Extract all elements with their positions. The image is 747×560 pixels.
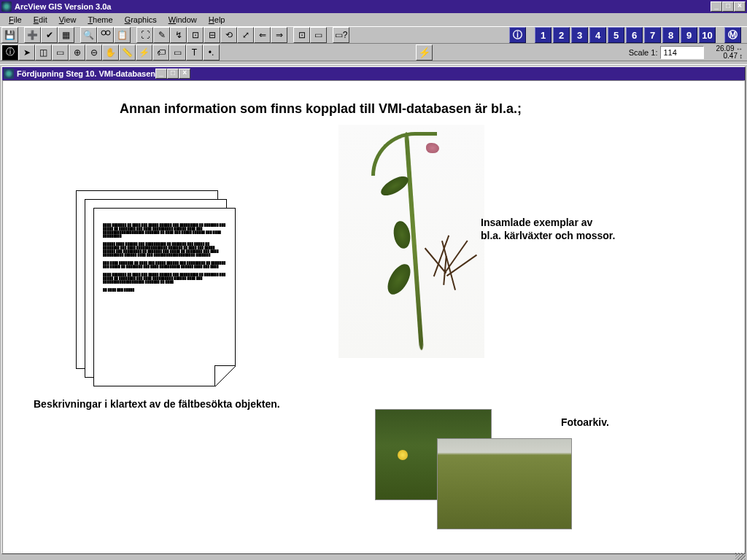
statusbar: [0, 554, 747, 560]
titlebar: ArcView GIS Version 3.0a _ □ ×: [0, 0, 747, 13]
hotlink2-icon[interactable]: ⚡: [136, 44, 152, 61]
inner-window-icon: [4, 69, 14, 79]
text-tool-icon[interactable]: T: [186, 44, 203, 61]
canvas: Annan information som finns kopplad till…: [2, 80, 745, 553]
app-title: ArcView GIS Version 3.0a: [15, 2, 111, 11]
minimize-button[interactable]: _: [711, 1, 722, 12]
menu-help[interactable]: Help: [203, 15, 231, 25]
scale-input[interactable]: [660, 46, 704, 59]
menu-edit[interactable]: Edit: [28, 15, 53, 25]
measure-icon[interactable]: ⊡: [293, 27, 310, 43]
menu-window[interactable]: Window: [163, 15, 203, 25]
menubar: File Edit View Theme Graphics Window Hel…: [0, 13, 747, 26]
num-button-5[interactable]: 5: [608, 27, 624, 43]
maximize-button[interactable]: □: [722, 1, 734, 12]
close-button[interactable]: ×: [734, 1, 746, 12]
inner-maximize-button[interactable]: □: [167, 69, 179, 79]
zoom-in2-icon[interactable]: ⊕: [69, 44, 85, 61]
content-heading: Annan information som finns kopplad till…: [120, 101, 522, 117]
theme-props-icon[interactable]: ✔: [41, 27, 58, 43]
resize-grip[interactable]: [735, 553, 746, 560]
menu-graphics[interactable]: Graphics: [119, 15, 163, 25]
window-controls: _ □ ×: [711, 1, 746, 12]
coordinates-readout: 26.09 0.47: [716, 45, 743, 60]
inner-titlebar: Fördjupning Steg 10. VMI-databasen _ □ ×: [2, 67, 745, 80]
num-button-1[interactable]: 1: [535, 27, 551, 43]
vertex-icon[interactable]: ◫: [35, 44, 52, 61]
scale-label: Scale 1:: [629, 48, 658, 57]
menu-theme[interactable]: Theme: [82, 15, 118, 25]
help-pointer-icon[interactable]: ▭?: [333, 27, 349, 43]
workspace: Fördjupning Steg 10. VMI-databasen _ □ ×…: [0, 64, 747, 560]
inner-window: Fördjupning Steg 10. VMI-databasen _ □ ×…: [1, 66, 746, 554]
find-icon[interactable]: 🔍: [80, 27, 97, 43]
toolbar-secondary: ⓘ ➤ ◫ ▭ ⊕ ⊖ ✋ 📏 ⚡ 🏷 ▭ T •. ⚡ Scale 1: 26…: [0, 44, 747, 61]
coord-y: 0.47: [716, 52, 743, 60]
app-icon: [1, 1, 12, 12]
caption-descriptions: Beskrivningar i klartext av de fältbesök…: [34, 398, 280, 410]
svg-point-0: [101, 31, 106, 35]
identify-icon[interactable]: ⓘ: [1, 44, 18, 61]
num-button-2[interactable]: 2: [553, 27, 570, 43]
info-button[interactable]: ⓘ: [509, 27, 526, 43]
menu-file[interactable]: File: [3, 15, 28, 25]
pointer-icon[interactable]: ➤: [18, 44, 35, 61]
num-button-9[interactable]: 9: [681, 27, 697, 43]
save-icon[interactable]: 💾: [1, 27, 18, 43]
pan-icon[interactable]: ✋: [102, 44, 119, 61]
caption-photo-archive: Fotoarkiv.: [561, 416, 609, 428]
draw-point-icon[interactable]: •.: [203, 44, 220, 61]
hotlink-icon[interactable]: ▭: [310, 27, 327, 43]
add-theme-icon[interactable]: ➕: [24, 27, 41, 43]
zoom-out2-icon[interactable]: ⊖: [85, 44, 102, 61]
table-icon[interactable]: ▦: [58, 27, 74, 43]
label-icon[interactable]: 🏷: [152, 44, 169, 61]
pan-tool-icon[interactable]: ⇐: [254, 27, 271, 43]
num-button-7[interactable]: 7: [644, 27, 661, 43]
inner-minimize-button[interactable]: _: [155, 69, 167, 79]
menu-view[interactable]: View: [53, 15, 82, 25]
toolbar-primary: 💾 ➕ ✔ ▦ 🔍 📋 ⛶ ✎ ↯ ⊡ ⊟ ⟲ ⤢ ⇐ ⇒ ⊡ ▭ ▭? ⓘ 1…: [0, 26, 747, 44]
num-button-3[interactable]: 3: [571, 27, 588, 43]
inner-window-title: Fördjupning Steg 10. VMI-databasen: [17, 69, 155, 78]
measure2-icon[interactable]: 📏: [119, 44, 136, 61]
inner-close-button[interactable]: ×: [179, 69, 190, 79]
caption-specimens: Insamlade exemplar av bl.a. kärlväxter o…: [481, 216, 615, 242]
m-button[interactable]: Ⓜ: [724, 27, 741, 43]
zoom-active-icon[interactable]: ✎: [153, 27, 170, 43]
zoom-full-icon[interactable]: ⛶: [136, 27, 153, 43]
clear-sel-icon[interactable]: ⇒: [271, 27, 287, 43]
query-icon[interactable]: 📋: [114, 27, 131, 43]
num-button-8[interactable]: 8: [662, 27, 679, 43]
plant-specimen-graphic: [338, 125, 484, 358]
locate-icon[interactable]: [97, 27, 114, 43]
sel-features-icon[interactable]: ⤢: [237, 27, 254, 43]
num-button-4[interactable]: 4: [589, 27, 606, 43]
svg-point-1: [106, 31, 110, 35]
draw-rect-icon[interactable]: ▭: [169, 44, 186, 61]
num-button-6[interactable]: 6: [626, 27, 643, 43]
zoom-out-icon[interactable]: ⊟: [204, 27, 220, 43]
photo-archive-image-2: [437, 438, 572, 529]
document-stack-graphic: ████ ███████ ██ ████ ███ █████ ██████ ██…: [76, 190, 244, 387]
zoom-prev-icon[interactable]: ⟲: [220, 27, 237, 43]
lightning-icon[interactable]: ⚡: [416, 44, 433, 61]
select-rect-icon[interactable]: ▭: [52, 44, 69, 61]
zoom-in-icon[interactable]: ⊡: [187, 27, 204, 43]
coord-x: 26.09: [716, 45, 743, 52]
zoom-sel-icon[interactable]: ↯: [170, 27, 187, 43]
num-button-10[interactable]: 10: [699, 27, 716, 43]
